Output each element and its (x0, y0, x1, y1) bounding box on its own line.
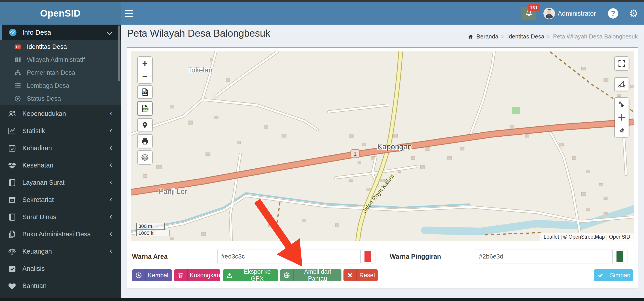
move-feature-button[interactable] (615, 111, 628, 124)
sitemap-icon (14, 69, 22, 76)
id-card-icon (14, 43, 22, 50)
x-icon (344, 272, 356, 279)
sidebar-toggle-button[interactable] (125, 9, 134, 18)
zoom-out-button[interactable]: − (138, 70, 152, 83)
warna-area-label: Warna Area (132, 250, 168, 264)
notifications-button[interactable]: 161 (522, 7, 536, 20)
import-gpx-button[interactable]: GPX (137, 85, 153, 99)
map-label-town: Panji Lor (159, 188, 187, 196)
sidebar-item-layanan-surat[interactable]: Layanan Surat ‹ (0, 174, 121, 191)
gear-icon[interactable]: ⚙ (629, 8, 638, 18)
sidebar: Info Desa Identitas Desa Wilayah Adminis… (0, 24, 121, 301)
archive-icon (8, 196, 16, 204)
color-swatch-red (364, 251, 371, 262)
sidebar-item-wilayah-administratif[interactable]: Wilayah Administratif (0, 53, 121, 66)
avatar[interactable] (544, 8, 555, 19)
content-area: Peta Wilayah Desa Balongbesuk Beranda > … (121, 24, 644, 298)
breadcrumb-separator: > (547, 33, 550, 40)
top-navbar: 161 Administrator ? ⚙ (121, 2, 644, 24)
home-icon (468, 34, 474, 40)
sidebar-group-info-desa[interactable]: Info Desa (0, 24, 121, 40)
app-logo[interactable]: OpenSID (0, 2, 121, 24)
chevron-left-icon: ‹ (110, 195, 112, 203)
sidebar-item-status-desa[interactable]: Status Desa (0, 92, 121, 105)
map-attribution: Leaflet | © OpenStreetMap | OpenSID (540, 233, 634, 241)
svg-text:SHP: SHP (144, 108, 147, 110)
kembali-button[interactable]: Kembali (132, 269, 172, 281)
user-avatar-image (544, 8, 555, 19)
breadcrumb-home[interactable]: Beranda (476, 33, 498, 40)
warna-pinggiran-group (475, 250, 628, 264)
chevron-left-icon: ‹ (110, 178, 112, 186)
heart-pulse-icon (8, 161, 16, 170)
chevron-left-icon: ‹ (110, 230, 112, 238)
move-icon (618, 114, 626, 122)
users-icon (8, 109, 16, 118)
list-icon (14, 82, 22, 90)
chevron-left-icon: ‹ (110, 161, 112, 169)
sidebar-item-analisis[interactable]: Analisis (0, 260, 121, 277)
fullscreen-icon (618, 60, 626, 68)
gauge-icon (8, 28, 18, 37)
sidebar-item-pemerintah-desa[interactable]: Pemerintah Desa (0, 66, 121, 79)
kosongkan-button[interactable]: Kosongkan (174, 269, 220, 281)
map-scale-control: 300 m 1000 ft (136, 223, 170, 236)
page-title: Peta Wilayah Desa Balongbesuk (127, 28, 270, 39)
window-top-strip (0, 0, 644, 2)
edit-vertices-button[interactable] (615, 98, 628, 111)
delete-feature-button[interactable] (615, 124, 628, 137)
draw-polygon-button[interactable] (614, 77, 630, 92)
warna-pinggiran-input[interactable] (475, 250, 612, 264)
leaflet-map[interactable]: Tokelan Kapongan Panji Lor Jalan Raya Ka… (131, 52, 634, 241)
marker-button[interactable] (137, 118, 153, 132)
zoom-in-button[interactable]: + (138, 57, 152, 70)
ambil-dari-pantau-button[interactable]: Ambil dari Pantau (280, 269, 342, 281)
book-icon (8, 213, 16, 222)
sidebar-scrollbar[interactable] (118, 26, 120, 82)
fullscreen-button[interactable] (614, 56, 630, 71)
sidebar-item-buku-administrasi-desa[interactable]: Buku Administrasi Desa ‹ (0, 226, 121, 243)
sidebar-item-lembaga-desa[interactable]: Lembaga Desa (0, 79, 121, 92)
ekspor-gpx-button[interactable]: Ekspor ke GPX (223, 269, 278, 281)
warna-pinggiran-swatch-addon[interactable] (612, 250, 628, 264)
user-menu[interactable]: Administrator (558, 10, 596, 17)
chevron-down-icon (107, 30, 112, 35)
hamburger-icon (125, 10, 133, 12)
chart-line-icon (8, 126, 16, 136)
globe-icon (280, 272, 293, 279)
eraser-icon (618, 126, 626, 134)
route-shield: 1 (350, 149, 360, 158)
sidebar-item-kependudukan[interactable]: Kependudukan ‹ (0, 105, 121, 122)
warna-pinggiran-label: Warna Pinggiran (390, 250, 441, 264)
chevron-left-icon: ‹ (110, 212, 112, 220)
help-icon[interactable]: ? (608, 8, 618, 18)
reset-button[interactable]: Reset (344, 269, 378, 281)
book-icon (8, 178, 16, 187)
map-card: Tokelan Kapongan Panji Lor Jalan Raya Ka… (127, 48, 638, 288)
import-shp-button[interactable]: SHP (137, 101, 153, 116)
heart-icon (8, 282, 16, 290)
circle-dot-icon (14, 95, 22, 102)
sidebar-group-label: Info Desa (22, 28, 51, 36)
color-swatch-green (616, 251, 623, 262)
warna-area-swatch-addon[interactable] (360, 250, 376, 264)
sidebar-item-kehadiran[interactable]: Kehadiran ‹ (0, 140, 121, 157)
simpan-button[interactable]: Simpan (594, 269, 633, 281)
breadcrumb-separator: > (501, 33, 504, 40)
sidebar-item-kesehatan[interactable]: Kesehatan ‹ (0, 157, 121, 174)
breadcrumb-section[interactable]: Identitas Desa (507, 33, 544, 40)
edit-tools-control (614, 97, 630, 138)
print-button[interactable] (137, 134, 153, 148)
sidebar-item-keuangan[interactable]: Keuangan ‹ (0, 243, 121, 260)
sidebar-item-bantuan[interactable]: Bantuan (0, 277, 121, 294)
sidebar-item-surat-dinas[interactable]: Surat Dinas ‹ (0, 208, 121, 226)
shp-file-icon: SHP (140, 104, 149, 113)
sidebar-item-sekretariat[interactable]: Sekretariat ‹ (0, 191, 121, 208)
scale-metric: 300 m (136, 223, 165, 230)
warna-area-input[interactable] (217, 250, 360, 264)
sidebar-item-statistik[interactable]: Statistik ‹ (0, 122, 121, 140)
layers-button[interactable] (137, 150, 153, 164)
chevron-left-icon: ‹ (110, 247, 112, 255)
notification-count-badge: 161 (528, 4, 540, 12)
sidebar-item-identitas-desa[interactable]: Identitas Desa (0, 40, 121, 53)
